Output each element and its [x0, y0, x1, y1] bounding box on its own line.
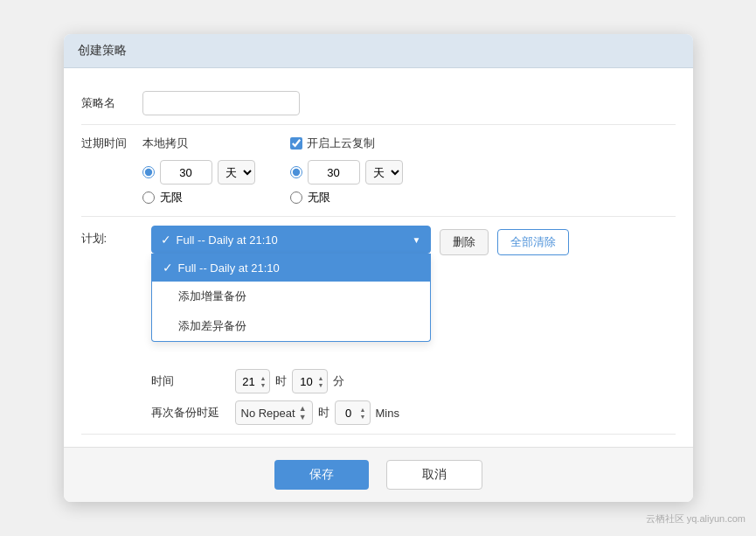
cloud-unlimited-label: 无限 — [308, 190, 330, 205]
dialog-title: 创建策略 — [78, 43, 127, 57]
schedule-dropdown-wrapper: ✓ Full -- Daily at 21:10 ▼ ✓ Full -- Dai… — [151, 226, 431, 254]
cloud-header: 开启上云复制 — [290, 136, 403, 151]
cloud-label-text: 开启上云复制 — [307, 136, 375, 151]
local-copy-value-row: 30 天 周 月 — [142, 160, 255, 184]
delete-button[interactable]: 删除 — [440, 229, 489, 255]
minute-spinner[interactable]: 10 ▲ ▼ — [292, 369, 328, 393]
mins-down-arrow[interactable]: ▼ — [360, 414, 366, 420]
mins-spinner[interactable]: 0 ▲ ▼ — [335, 400, 371, 425]
policy-name-input[interactable] — [142, 91, 300, 115]
schedule-content: ✓ Full -- Daily at 21:10 ▼ ✓ Full -- Dai… — [151, 226, 676, 425]
time-setting-row: 时间 21 ▲ ▼ 时 10 ▲ ▼ — [151, 369, 676, 393]
option-label-2: 添加差异备份 — [178, 318, 246, 334]
expire-label: 过期时间 — [81, 136, 142, 151]
hour-unit-text: 时 — [275, 373, 287, 389]
repeat-label: 再次备份时延 — [151, 405, 230, 421]
minute-value: 10 — [296, 375, 316, 388]
mins-arrows: ▲ ▼ — [360, 407, 366, 420]
schedule-option-0[interactable]: ✓ Full -- Daily at 21:10 — [152, 254, 430, 282]
schedule-dropdown-menu: ✓ Full -- Daily at 21:10 ✓ 添加增量备份 ✓ 添加差异… — [151, 254, 431, 342]
schedule-option-1[interactable]: ✓ 添加增量备份 — [152, 282, 430, 311]
local-expire-radio[interactable] — [142, 166, 155, 178]
cloud-checkbox-label[interactable]: 开启上云复制 — [290, 136, 403, 151]
option-check-icon: ✓ — [163, 261, 173, 275]
hour-up-arrow[interactable]: ▲ — [260, 375, 267, 381]
repeat-select[interactable]: No Repeat ▲ ▼ — [235, 400, 313, 425]
minute-unit-text: 分 — [333, 373, 344, 389]
cloud-value-row: 30 天 周 月 — [290, 160, 403, 184]
cloud-col: 开启上云复制 30 天 周 月 无限 — [290, 136, 403, 205]
mins-value: 0 — [339, 407, 358, 420]
schedule-main-row: ✓ Full -- Daily at 21:10 ▼ ✓ Full -- Dai… — [151, 226, 676, 255]
local-unlimited-label: 无限 — [160, 190, 183, 205]
minute-down-arrow[interactable]: ▼ — [317, 382, 323, 388]
local-unlimited-radio[interactable] — [142, 191, 155, 204]
repeat-up-arrow[interactable]: ▲ — [299, 405, 307, 413]
repeat-value-text: No Repeat — [241, 407, 295, 420]
local-expire-input[interactable]: 30 — [160, 160, 212, 184]
option-label-0: Full -- Daily at 21:10 — [178, 261, 280, 275]
expire-row: 过期时间 本地拷贝 30 天 周 月 — [81, 125, 676, 217]
local-copy-col: 本地拷贝 30 天 周 月 无限 — [142, 136, 255, 205]
cloud-unlimited-radio[interactable] — [290, 191, 302, 204]
cloud-expire-input[interactable]: 30 — [308, 160, 360, 184]
schedule-selected-text: Full -- Daily at 21:10 — [177, 233, 278, 247]
repeat-down-arrow[interactable]: ▼ — [299, 414, 307, 421]
cloud-checkbox[interactable] — [290, 137, 302, 150]
create-policy-dialog: 创建策略 策略名 过期时间 本地拷贝 30 天 — [64, 34, 693, 502]
schedule-row: 计划: ✓ Full -- Daily at 21:10 ▼ — [81, 217, 676, 435]
hour-spinner[interactable]: 21 ▲ ▼ — [235, 369, 271, 393]
save-button[interactable]: 保存 — [274, 460, 369, 490]
dialog-footer: 保存 取消 — [64, 447, 693, 502]
cloud-unit-select[interactable]: 天 周 月 — [365, 160, 403, 184]
cloud-expire-radio[interactable] — [290, 166, 302, 178]
schedule-option-2[interactable]: ✓ 添加差异备份 — [152, 311, 430, 341]
time-label: 时间 — [151, 373, 230, 389]
hour-down-arrow[interactable]: ▼ — [260, 382, 267, 388]
hour-value: 21 — [239, 375, 259, 388]
option-label-1: 添加增量备份 — [178, 289, 246, 304]
watermark: 云栖社区 yq.aliyun.com — [646, 512, 746, 526]
checkmark-icon: ✓ — [161, 233, 171, 247]
dialog-body: 策略名 过期时间 本地拷贝 30 天 周 月 — [64, 68, 693, 435]
local-unlimited-row: 无限 — [142, 190, 255, 205]
minute-arrows: ▲ ▼ — [317, 375, 323, 388]
local-copy-header: 本地拷贝 — [142, 136, 255, 151]
policy-name-content — [142, 91, 676, 115]
local-unit-select[interactable]: 天 周 月 — [218, 160, 255, 184]
dialog-header: 创建策略 — [64, 34, 693, 68]
minute-up-arrow[interactable]: ▲ — [317, 375, 323, 381]
expire-group: 本地拷贝 30 天 周 月 无限 — [142, 136, 403, 205]
repeat-row: 再次备份时延 No Repeat ▲ ▼ 时 0 ▲ ▼ — [151, 400, 676, 425]
cloud-unlimited-row: 无限 — [290, 190, 403, 205]
repeat-arrows: ▲ ▼ — [299, 405, 307, 421]
schedule-selected-icon: ✓ Full -- Daily at 21:10 — [161, 233, 278, 247]
schedule-label: 计划: — [81, 226, 142, 247]
schedule-dropdown-trigger[interactable]: ✓ Full -- Daily at 21:10 ▼ — [151, 226, 431, 254]
repeat-hour-unit: 时 — [318, 405, 329, 421]
cancel-button[interactable]: 取消 — [386, 460, 482, 490]
clear-all-button[interactable]: 全部清除 — [497, 229, 569, 255]
policy-name-label: 策略名 — [81, 95, 142, 111]
mins-up-arrow[interactable]: ▲ — [360, 407, 366, 413]
policy-name-row: 策略名 — [81, 82, 676, 125]
mins-unit-text: Mins — [376, 407, 399, 420]
schedule-action-btns: 删除 全部清除 — [440, 226, 569, 255]
hour-arrows: ▲ ▼ — [260, 375, 267, 388]
dropdown-arrow-icon: ▼ — [413, 235, 421, 245]
